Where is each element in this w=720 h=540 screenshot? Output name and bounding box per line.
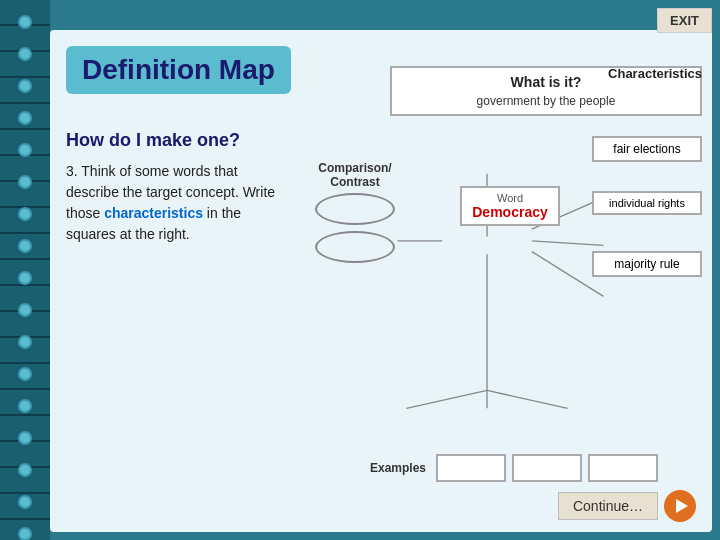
- continue-area: Continue…: [558, 490, 696, 522]
- word-box: Word Democracy: [460, 186, 560, 226]
- examples-section: Examples: [370, 454, 702, 482]
- continue-button[interactable]: Continue…: [558, 492, 658, 520]
- subtitle: How do I make one?: [66, 130, 286, 151]
- characteristics-header: Characteristics: [608, 66, 702, 81]
- title-box: Definition Map: [66, 46, 291, 94]
- what-is-it-value: government by the people: [398, 94, 694, 108]
- comparison-area: Comparison/Contrast: [300, 161, 410, 263]
- ellipse-1: [315, 193, 395, 225]
- svg-line-2: [532, 241, 604, 245]
- svg-line-5: [406, 390, 487, 408]
- page-title: Definition Map: [82, 54, 275, 86]
- svg-line-7: [487, 390, 568, 408]
- characteristic-box-3: majority rule: [592, 251, 702, 277]
- examples-label: Examples: [370, 461, 426, 475]
- spiral-dots: [18, 15, 32, 540]
- main-panel: Definition Map How do I make one? 3. Thi…: [50, 30, 712, 532]
- example-box-2: [512, 454, 582, 482]
- left-panel: How do I make one? 3. Think of some word…: [66, 130, 286, 245]
- word-label: Word: [468, 192, 552, 204]
- diagram-area: What is it? government by the people Com…: [290, 66, 702, 482]
- instructions-highlight: characteristics: [104, 205, 203, 221]
- instructions: 3. Think of some words that describe the…: [66, 161, 276, 245]
- play-button[interactable]: [664, 490, 696, 522]
- exit-button[interactable]: EXIT: [657, 8, 712, 33]
- example-box-1: [436, 454, 506, 482]
- ellipse-2: [315, 231, 395, 263]
- characteristic-box-2: individual rights: [592, 191, 702, 215]
- comparison-label: Comparison/Contrast: [300, 161, 410, 189]
- example-box-3: [588, 454, 658, 482]
- characteristic-box-1: fair elections: [592, 136, 702, 162]
- ellipses: [300, 193, 410, 263]
- word-value: Democracy: [468, 204, 552, 220]
